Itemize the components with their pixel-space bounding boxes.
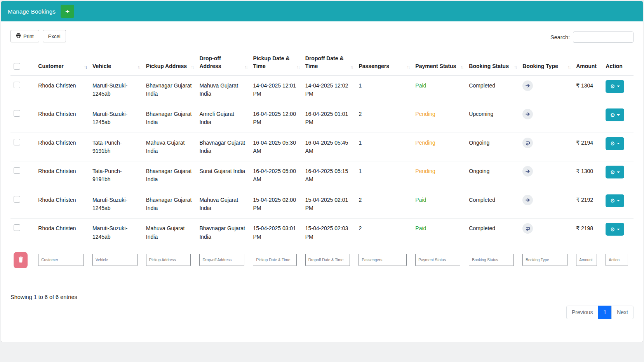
table-header-row: Customer↑↓Vehicle↑↓Pickup Address↑↓Drop-… (10, 51, 634, 75)
col-header-booking_status[interactable]: Booking Status↑↓ (466, 51, 519, 75)
row-checkbox[interactable] (14, 167, 20, 174)
cell-payment_status: Pending (412, 104, 466, 133)
filter-input-amount[interactable] (576, 254, 597, 266)
filter-input-booking-status[interactable] (469, 254, 514, 266)
search-label: Search: (550, 34, 570, 40)
col-header-pickup_address[interactable]: Pickup Address↑↓ (143, 51, 197, 75)
filter-input-pickup-date-time[interactable] (253, 254, 296, 266)
cell-dropoff_datetime: 16-04-2025 01:01 PM (302, 104, 356, 133)
filter-input-action[interactable] (606, 254, 628, 266)
pagination-previous[interactable]: Previous (566, 306, 598, 319)
arrow-right-icon (522, 109, 533, 119)
cell-passengers: 1 (355, 75, 412, 104)
chevron-down-icon (617, 200, 620, 201)
title-bar: Manage Bookings + (1, 1, 643, 21)
col-label-pickup_address: Pickup Address (146, 63, 187, 69)
cell-action: ⚙ (602, 161, 634, 190)
select-all-checkbox[interactable] (14, 63, 20, 70)
cell-pickup_datetime: 16-04-2025 05:00 AM (250, 161, 302, 190)
cell-booking_status: Ongoing (466, 133, 519, 161)
chevron-down-icon (617, 143, 620, 144)
cell-booking_status: Ongoing (466, 161, 519, 190)
filter-input-booking-type[interactable] (522, 254, 567, 266)
row-action-button[interactable]: ⚙ (606, 80, 624, 93)
sort-arrows-icon: ↑↓ (460, 64, 463, 70)
cell-pickup_address: Bhavnagar Gujarat India (143, 161, 197, 190)
row-action-button[interactable]: ⚙ (606, 137, 624, 150)
search-box: Search: (550, 31, 634, 43)
row-action-button[interactable]: ⚙ (606, 166, 624, 178)
cell-payment_status: Paid (412, 190, 466, 219)
gear-icon: ⚙ (610, 112, 615, 118)
cell-action: ⚙ (602, 104, 634, 133)
row-checkbox[interactable] (14, 196, 20, 203)
print-button[interactable]: Print (10, 30, 39, 42)
cell-select (10, 133, 35, 161)
row-checkbox[interactable] (14, 82, 20, 88)
filter-input-payment-status[interactable] (415, 254, 460, 266)
cell-amount (573, 104, 602, 133)
filter-input-passengers[interactable] (359, 254, 407, 266)
bookings-table: Customer↑↓Vehicle↑↓Pickup Address↑↓Drop-… (10, 51, 634, 274)
gear-icon: ⚙ (610, 227, 615, 232)
cell-payment_status: Paid (412, 219, 466, 247)
col-header-customer[interactable]: Customer↑↓ (35, 51, 89, 75)
col-label-passengers: Passengers (359, 63, 389, 69)
filter-input-dropoff-date-time[interactable] (305, 254, 350, 266)
col-header-dropoff_address[interactable]: Drop-off Address↑↓ (196, 51, 250, 75)
filter-cell (466, 247, 519, 274)
col-label-dropoff_address: Drop-off Address (199, 55, 221, 69)
search-input[interactable] (573, 31, 634, 43)
col-header-pickup_datetime[interactable]: Pickup Date & Time↑↓ (250, 51, 302, 75)
sort-arrows-icon: ↑↓ (297, 64, 299, 70)
chevron-down-icon (617, 171, 620, 173)
filter-cell (35, 247, 89, 274)
cell-booking_type (519, 190, 573, 219)
gear-icon: ⚙ (610, 198, 615, 203)
entries-info: Showing 1 to 6 of 6 entries (10, 294, 634, 300)
row-checkbox[interactable] (14, 224, 20, 231)
cell-booking_status: Upcoming (466, 104, 519, 133)
cell-select (10, 161, 35, 190)
filter-input-customer[interactable] (38, 254, 84, 266)
cell-amount: ₹ 2198 (573, 219, 602, 247)
cell-dropoff_address: Mahuva Gujarat India (196, 190, 250, 219)
booking-row: Rhoda ChristenMaruti-Suzuki-1245abBhavna… (10, 104, 634, 133)
cell-booking_type (519, 133, 573, 161)
filter-input-drop-off-address[interactable] (199, 254, 244, 266)
cell-select (10, 219, 35, 247)
col-label-customer: Customer (38, 63, 63, 69)
pagination-next[interactable]: Next (611, 306, 634, 319)
cell-vehicle: Maruti-Suzuki-1245ab (89, 75, 143, 104)
pagination-container: Previous 1 Next (10, 300, 634, 329)
add-booking-button[interactable]: + (61, 5, 74, 18)
cell-customer: Rhoda Christen (35, 219, 89, 247)
filter-cell (302, 247, 356, 274)
filter-input-pickup-address[interactable] (146, 254, 191, 266)
pagination-page-1[interactable]: 1 (598, 306, 612, 319)
col-header-payment_status[interactable]: Payment Status↑↓ (412, 51, 466, 75)
row-action-button[interactable]: ⚙ (606, 194, 624, 207)
cell-booking_type (519, 75, 573, 104)
row-action-button[interactable]: ⚙ (606, 108, 624, 121)
col-header-dropoff_datetime[interactable]: Dropoff Date & Time↑↓ (302, 51, 356, 75)
filter-cell (573, 247, 602, 274)
cell-vehicle: Tata-Punch-9191bh (89, 161, 143, 190)
filter-cell (355, 247, 412, 274)
row-action-button[interactable]: ⚙ (606, 223, 624, 236)
filter-input-vehicle[interactable] (92, 254, 138, 266)
row-checkbox[interactable] (14, 139, 20, 145)
excel-button[interactable]: Excel (43, 30, 66, 42)
delete-selected-button[interactable] (14, 252, 28, 268)
col-header-vehicle[interactable]: Vehicle↑↓ (89, 51, 143, 75)
cell-payment_status: Pending (412, 161, 466, 190)
cell-action: ⚙ (602, 75, 634, 104)
cell-pickup_address: Mahuva Gujarat India (143, 219, 197, 247)
cell-booking_status: Completed (466, 190, 519, 219)
row-checkbox[interactable] (14, 110, 20, 117)
cell-passengers: 2 (355, 104, 412, 133)
col-header-booking_type[interactable]: Booking Type↑↓ (519, 51, 573, 75)
filter-cell (143, 247, 197, 274)
col-header-passengers[interactable]: Passengers↑↓ (355, 51, 412, 75)
sort-arrows-icon: ↑↓ (244, 64, 247, 70)
